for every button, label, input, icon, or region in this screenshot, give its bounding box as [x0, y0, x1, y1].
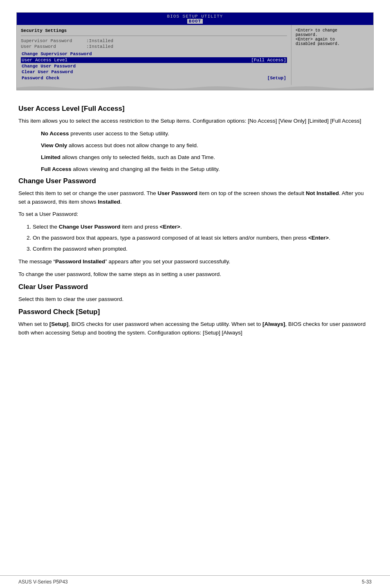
- bios-password-row-1: Supervisor Password : Installed: [21, 38, 287, 43]
- change-password-intro: Select this item to set or change the us…: [18, 189, 372, 206]
- bios-menu-password-check: Password Check [Setup]: [21, 75, 287, 81]
- user-access-intro: This item allows you to select the acces…: [18, 117, 372, 126]
- section-password-check: Password Check [Setup] When set to [Setu…: [18, 308, 372, 337]
- wave-svg: [17, 85, 373, 90]
- set-user-password-label: To set a User Password:: [18, 210, 372, 219]
- bios-supervisor-label: Supervisor Password: [21, 38, 86, 43]
- user-access-options: No Access prevents user access to the Se…: [41, 130, 372, 174]
- bios-password-row-2: User Password : Installed: [21, 44, 287, 49]
- step-3: Confirm the password when prompted.: [33, 245, 372, 254]
- bios-divider: [21, 36, 287, 36]
- password-check-intro: When set to [Setup], BIOS checks for use…: [18, 320, 372, 337]
- bios-supervisor-value: Installed: [89, 38, 113, 43]
- bios-body: Security Settings Supervisor Password : …: [17, 25, 373, 85]
- bios-wave: [17, 85, 373, 90]
- footer: ASUS V-Series P5P43 5-33: [0, 575, 390, 588]
- bios-menu-change-user: Change User Password: [21, 64, 287, 69]
- heading-user-access-level: User Access Level [Full Access]: [18, 105, 372, 113]
- footer-left: ASUS V-Series P5P43: [18, 579, 68, 585]
- bios-menu-clear-user: Clear User Password: [21, 70, 287, 74]
- heading-clear-user-password: Clear User Password: [18, 283, 372, 291]
- bios-user-label: User Password: [21, 44, 86, 49]
- section-change-user-password: Change User Password Select this item to…: [18, 177, 372, 279]
- footer-right: 5-33: [362, 579, 372, 585]
- bios-screenshot: BIOS SETUP UTILITY Boot Security Setting…: [16, 12, 374, 90]
- bios-menu-items: Change Supervisor Password User Access L…: [21, 52, 287, 81]
- section-clear-user-password: Clear User Password Select this item to …: [18, 283, 372, 304]
- clear-password-intro: Select this item to clear the user passw…: [18, 295, 372, 304]
- password-steps-list: Select the Change User Password item and…: [33, 223, 372, 254]
- option-full-access: Full Access allows viewing and changing …: [41, 165, 372, 174]
- bios-title: BIOS SETUP UTILITY: [17, 14, 373, 19]
- bios-menu-change-supervisor: Change Supervisor Password: [21, 52, 287, 56]
- option-view-only: View Only allows access but does not all…: [41, 141, 372, 150]
- bios-supervisor-sep: :: [86, 38, 89, 43]
- bios-section-title: Security Settings: [21, 28, 287, 33]
- change-password-note: To change the user password, follow the …: [18, 270, 372, 279]
- bios-sidebar-text: <Enter> to changepassword. <Enter> again…: [296, 28, 340, 46]
- password-installed-note: The message “Password Installed” appears…: [18, 258, 372, 266]
- bios-main-panel: Security Settings Supervisor Password : …: [17, 25, 291, 85]
- step-1: Select the Change User Password item and…: [33, 223, 372, 231]
- bios-user-sep: :: [86, 44, 89, 49]
- bios-sidebar: <Enter> to changepassword. <Enter> again…: [291, 25, 373, 85]
- main-content: User Access Level [Full Access] This ite…: [0, 99, 390, 358]
- step-2: On the password box that appears, type a…: [33, 234, 372, 242]
- bios-menu-user-access: User Access Level [Full Access]: [21, 57, 287, 63]
- section-user-access-level: User Access Level [Full Access] This ite…: [18, 105, 372, 174]
- option-limited: Limited allows changes only to selected …: [41, 153, 372, 162]
- bios-header: BIOS SETUP UTILITY Boot: [17, 13, 373, 25]
- bios-user-value: Installed: [89, 44, 113, 49]
- bios-subtitle: Boot: [187, 19, 203, 24]
- heading-change-user-password: Change User Password: [18, 177, 372, 185]
- heading-password-check: Password Check [Setup]: [18, 308, 372, 316]
- option-no-access: No Access prevents user access to the Se…: [41, 130, 372, 138]
